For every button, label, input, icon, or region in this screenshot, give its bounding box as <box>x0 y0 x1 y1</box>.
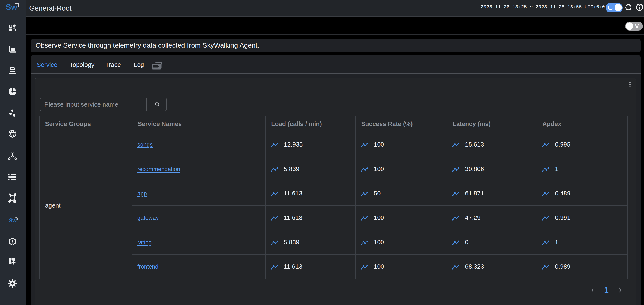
svg-text:Sw: Sw <box>9 217 17 224</box>
svg-text:Sw: Sw <box>6 3 17 12</box>
svg-text:V: V <box>635 23 639 30</box>
